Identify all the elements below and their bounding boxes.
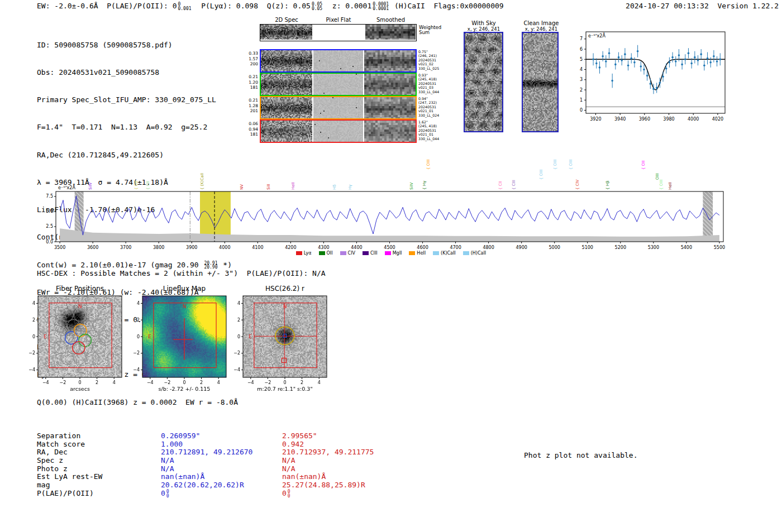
fiber-outline [54, 319, 66, 332]
match2-photo-z: N/A [282, 464, 295, 473]
fiber-row-sm-image [364, 50, 416, 71]
x-tick-label: −2 [265, 380, 271, 385]
fiber-weight-value: 0.06 [241, 121, 258, 127]
match1-photo-z: N/A [161, 464, 174, 473]
row-label-mag: mag [37, 481, 50, 489]
match1-ra-dec: 210.712891, 49.212670 [161, 448, 252, 456]
data-point [659, 82, 661, 84]
data-point [646, 75, 649, 77]
z-text: z: 0.0001 [323, 2, 371, 10]
data-point [684, 58, 686, 60]
x-tick-label: 4000 [219, 245, 230, 250]
clean-image [523, 33, 557, 131]
plae-fraction: 00.001 [178, 2, 191, 11]
x-tick-label: 4 [217, 380, 220, 385]
match1-plae-value: 0 [161, 489, 165, 497]
full-spectrum-plot: 3500360037003800390040004100420043004400… [32, 144, 737, 260]
info-primary-spec: Primary Spec_Slot_IFU_AMP: 330_092_075_L… [37, 95, 238, 104]
with-sky-coords: x, y: 246, 241 [462, 26, 505, 32]
fiber-outline [93, 319, 105, 332]
y-tick-label: −4 [28, 367, 35, 372]
data-point [605, 60, 607, 63]
y-tick-label: −2 [233, 351, 240, 356]
y-tick-label: 2 [580, 88, 583, 93]
x-tick-label: 4300 [318, 245, 329, 250]
plae-sub: 0.001 [178, 7, 191, 11]
match1-plae-sub: 0 [166, 494, 169, 499]
fiber-meta-line: 20240531 [418, 82, 439, 85]
data-point [640, 65, 642, 68]
fiber-row-spec-image [261, 50, 312, 71]
line-marker-label: SiII [266, 184, 271, 190]
fiber-outline [61, 330, 73, 343]
info-cont-w: Cont(w) = 2.10(±0.01)e-17 (gmag 20.90 20… [37, 261, 238, 270]
row-label-plae-poii: P(LAE)/P(OII) [37, 489, 94, 497]
x-tick-label: 4900 [516, 245, 527, 250]
x-tick-label: 4020 [712, 117, 723, 122]
line-marker-label: { OIII [426, 160, 431, 170]
x-tick-label: 3700 [120, 245, 131, 250]
x-tick-label: −4 [42, 380, 49, 385]
with-sky-image-frame [464, 32, 503, 132]
fiber-row-weights: 0.060.94181 [241, 121, 258, 137]
spectrum-legend: LyαOIICIVCIIIMgIIHeII(K)CaII(H)CaII [0, 251, 782, 256]
column-title-smoothed: Smoothed [365, 17, 417, 23]
match2-spec-z: N/A [282, 456, 295, 464]
match2-plae-fraction: 00 [288, 490, 290, 498]
data-point [599, 66, 601, 69]
phot-z-note: Phot z plot not available. [524, 451, 638, 459]
fiber-positions-overlay: −4−4−2−2002244NE [28, 294, 132, 393]
twod-fiber-row [260, 96, 417, 119]
x-tick-label: 3940 [614, 117, 626, 122]
legend-label: CIV [348, 251, 355, 256]
line-marker-label: { CIV [575, 179, 580, 190]
data-point [697, 59, 699, 61]
line-marker-label: { OIII [569, 160, 573, 170]
zoomed-line-fit-plot: 01234567392039403960398040004020e⁻¹⁷x2Å [578, 25, 735, 126]
flags-text: (H)CaII Flags:0x00000009 [390, 2, 504, 10]
x-tick-label: 2 [200, 380, 203, 385]
match1-plae-fraction: 00 [166, 490, 169, 498]
fiber-weight-value: 0.94 [241, 127, 258, 132]
fiber-meta-line: 20240531 [418, 105, 439, 109]
data-point [643, 69, 645, 71]
compass-north: N [283, 304, 287, 309]
data-point [621, 59, 623, 61]
fiber-positions-xlabel: arcsecs [38, 386, 122, 392]
info-obs: Obs: 20240531v021_5090085758 [37, 68, 238, 77]
fiber-meta-line: (245, 418) [418, 124, 439, 128]
fiber-weight-value: 1.28 [241, 103, 258, 109]
x-tick-label: 3600 [87, 245, 98, 250]
legend-swatch [433, 251, 439, 255]
info-id: ID: 5090085758 (5090085758.pdf) [37, 41, 238, 50]
fiber-weight-value: 0.21 [241, 74, 258, 80]
y-tick-label: 0 [32, 334, 35, 339]
fiber-row-weights: 0.211.28201 [241, 98, 258, 114]
fiber-meta-line: 330_LL_044 [418, 137, 439, 141]
x-tick-label: 4200 [285, 245, 296, 250]
data-point [678, 54, 680, 56]
y-tick-label: 2 [32, 318, 35, 323]
data-point [662, 76, 664, 78]
datetime-version: 2024-10-27 00:13:32 Version 1.22.2 [626, 2, 779, 10]
y-tick-label: 2 [237, 318, 240, 323]
fiber-meta-line: 0.75" [418, 50, 439, 54]
legend-label: CIII [370, 251, 378, 256]
y-tick-label: 0 [580, 108, 583, 113]
scale-annotation: e⁻¹⁷x2Å [588, 32, 605, 39]
info-qz-caii: Q(0.00) (H)CaII(3968) z = 0.0002 EW r = … [37, 398, 238, 407]
hsc-r-overlay: −4−4−2−2002244NE [233, 294, 337, 393]
fiber-meta-line: v021_03 [418, 85, 439, 89]
weighted-smoothed-image [365, 25, 416, 40]
line-marker-label: SiIV [88, 183, 93, 190]
y-tick-label: 1 [580, 98, 583, 103]
data-point [703, 64, 705, 66]
legend-label: MgII [393, 251, 402, 256]
fiber-outline [93, 341, 105, 353]
spectrum-line [60, 196, 719, 235]
y-tick-label: 7 [580, 36, 583, 41]
x-tick-label: 0 [183, 380, 185, 385]
fiber-row-spec-image [261, 74, 312, 95]
summary-header: EW: -2.0±-0.6Å P(LAE)/P(OII): 000.001 P(… [37, 2, 504, 11]
match2-plae-sub: 0 [288, 494, 290, 499]
